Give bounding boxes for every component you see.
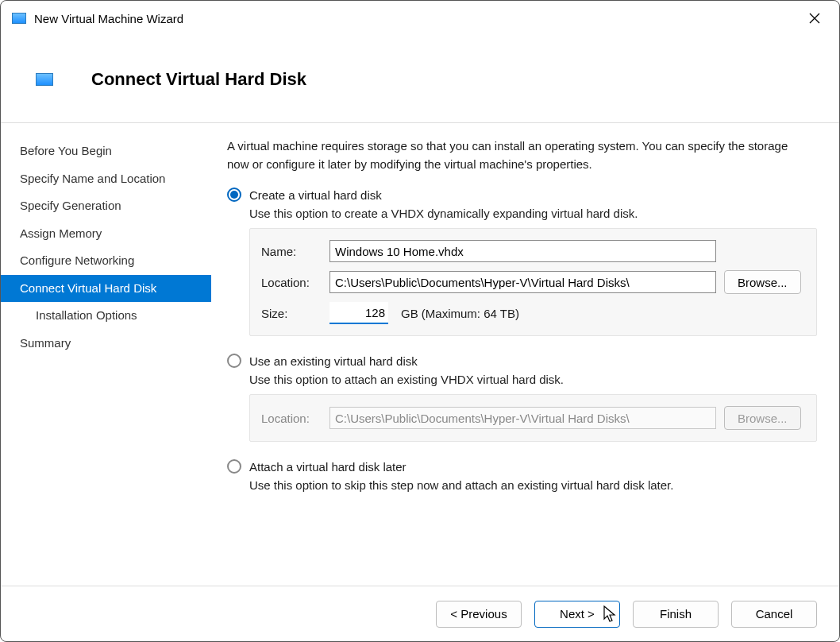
cancel-button[interactable]: Cancel xyxy=(731,601,817,628)
option-existing-desc: Use this option to attach an existing VH… xyxy=(249,373,817,386)
finish-button[interactable]: Finish xyxy=(633,601,719,628)
wizard-body: Before You Begin Specify Name and Locati… xyxy=(1,123,839,586)
vhd-name-input[interactable] xyxy=(329,240,716,262)
step-summary[interactable]: Summary xyxy=(1,330,211,358)
step-assign-memory[interactable]: Assign Memory xyxy=(1,220,211,248)
close-icon xyxy=(809,13,820,24)
radio-existing-vhd[interactable] xyxy=(227,354,241,368)
radio-attach-later[interactable] xyxy=(227,459,241,474)
browse-existing-button: Browse... xyxy=(724,406,801,430)
intro-text: A virtual machine requires storage so th… xyxy=(227,137,799,173)
size-suffix: GB (Maximum: 64 TB) xyxy=(401,307,519,320)
wizard-header-icon xyxy=(36,73,53,86)
step-installation-options[interactable]: Installation Options xyxy=(1,302,211,330)
wizard-window: New Virtual Machine Wizard Connect Virtu… xyxy=(0,0,840,642)
wizard-content: A virtual machine requires storage so th… xyxy=(211,123,839,586)
option-later-desc: Use this option to skip this step now an… xyxy=(249,478,817,492)
option-later-block: Attach a virtual hard disk later Use thi… xyxy=(227,459,817,492)
browse-location-button[interactable]: Browse... xyxy=(724,270,801,294)
existing-panel: Location: Browse... xyxy=(249,394,817,442)
titlebar: New Virtual Machine Wizard xyxy=(1,1,839,36)
close-button[interactable] xyxy=(796,6,833,30)
radio-existing-label: Use an existing virtual hard disk xyxy=(249,354,418,368)
step-configure-networking[interactable]: Configure Networking xyxy=(1,247,211,275)
option-create-block: Create a virtual hard disk Use this opti… xyxy=(227,188,817,336)
existing-location-label: Location: xyxy=(261,412,322,425)
step-specify-name[interactable]: Specify Name and Location xyxy=(1,165,211,193)
location-label: Location: xyxy=(261,276,322,289)
wizard-footer: < Previous Next > Finish Cancel xyxy=(1,586,839,641)
next-button[interactable]: Next > xyxy=(534,601,620,628)
vhd-size-input[interactable] xyxy=(329,302,388,324)
page-title: Connect Virtual Hard Disk xyxy=(91,69,306,90)
window-title: New Virtual Machine Wizard xyxy=(34,12,796,25)
option-existing-block: Use an existing virtual hard disk Use th… xyxy=(227,354,817,442)
wizard-steps-sidebar: Before You Begin Specify Name and Locati… xyxy=(1,123,211,586)
wizard-header: Connect Virtual Hard Disk xyxy=(1,36,839,123)
step-specify-generation[interactable]: Specify Generation xyxy=(1,192,211,220)
radio-create-label: Create a virtual hard disk xyxy=(249,188,382,202)
name-label: Name: xyxy=(261,245,322,258)
radio-later-label: Attach a virtual hard disk later xyxy=(249,460,407,474)
size-label: Size: xyxy=(261,307,322,320)
existing-location-input xyxy=(329,407,716,429)
create-panel: Name: Location: Browse... Size: GB (Maxi… xyxy=(249,228,817,336)
radio-create-vhd[interactable] xyxy=(227,188,241,202)
step-connect-vhd[interactable]: Connect Virtual Hard Disk xyxy=(1,275,211,303)
vhd-location-input[interactable] xyxy=(329,271,716,293)
step-before-you-begin[interactable]: Before You Begin xyxy=(1,137,211,165)
option-create-desc: Use this option to create a VHDX dynamic… xyxy=(249,207,817,220)
app-icon xyxy=(12,13,26,24)
previous-button[interactable]: < Previous xyxy=(436,601,522,628)
